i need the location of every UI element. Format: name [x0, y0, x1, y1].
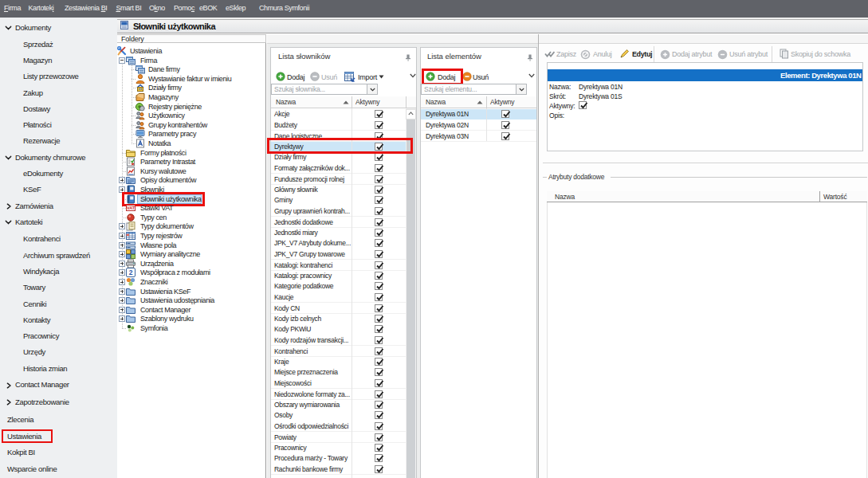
svg-text:2: 2: [129, 268, 133, 276]
svg-text:VAT: VAT: [127, 206, 136, 210]
